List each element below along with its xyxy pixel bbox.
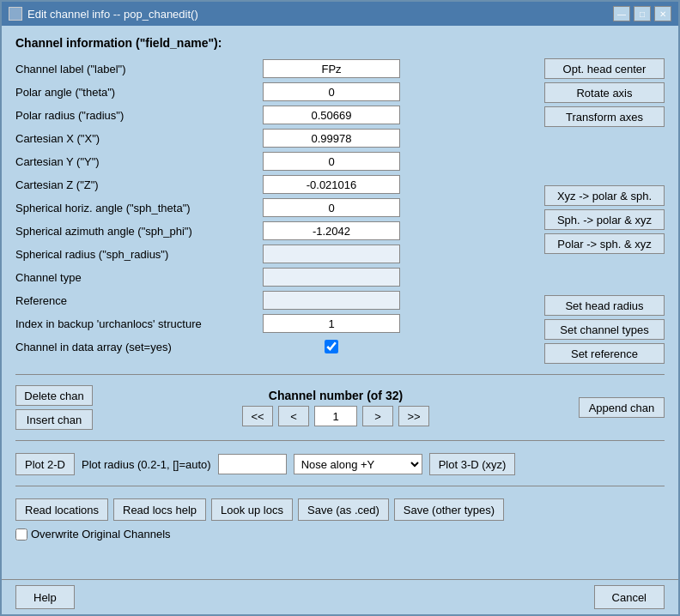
field-label-6: Spherical horiz. angle ("sph_theta") bbox=[15, 202, 256, 214]
divider-3 bbox=[15, 486, 665, 486]
divider-2 bbox=[15, 440, 665, 441]
next-next-button[interactable]: >> bbox=[398, 406, 429, 426]
maximize-button[interactable]: □ bbox=[634, 6, 651, 21]
field-input-11[interactable] bbox=[263, 314, 400, 333]
set-channel-types-button[interactable]: Set channel types bbox=[544, 319, 665, 340]
field-label-4: Cartesian Y ("Y") bbox=[15, 155, 256, 168]
field-label-12: Channel in data array (set=yes) bbox=[15, 341, 256, 353]
channel-nav-top-row: Delete chan Insert chan Channel number (… bbox=[15, 385, 665, 430]
plot-3d-button[interactable]: Plot 3-D (xyz) bbox=[429, 453, 516, 475]
field-label-0: Channel label ("label") bbox=[15, 63, 256, 75]
field-row-10: Reference bbox=[15, 290, 534, 311]
field-input-9[interactable] bbox=[263, 268, 400, 287]
read-locations-button[interactable]: Read locations bbox=[15, 498, 108, 521]
right-buttons: Opt. head center Rotate axis Transform a… bbox=[544, 58, 665, 364]
append-chan-button[interactable]: Append chan bbox=[579, 397, 665, 418]
save-other-button[interactable]: Save (other types) bbox=[394, 498, 504, 521]
divider-1 bbox=[15, 374, 665, 375]
delete-insert-col: Delete chan Insert chan bbox=[15, 385, 93, 430]
field-input-7[interactable] bbox=[263, 221, 400, 240]
field-input-2[interactable] bbox=[263, 106, 400, 124]
field-row-5: Cartesian Z ("Z") bbox=[15, 174, 534, 195]
channel-nav-center: Channel number (of 32) << < > >> bbox=[98, 389, 574, 426]
field-row-11: Index in backup 'urchanlocs' structure bbox=[15, 313, 534, 334]
fields-column: Channel label ("label") Polar angle ("th… bbox=[15, 58, 534, 364]
polar-to-sph-button[interactable]: Polar -> sph. & xyz bbox=[544, 233, 665, 254]
channel-number-title: Channel number (of 32) bbox=[269, 389, 403, 402]
field-input-10[interactable] bbox=[263, 291, 400, 310]
checkbox-container bbox=[263, 340, 400, 353]
field-label-8: Spherical radius ("sph_radius") bbox=[15, 248, 256, 261]
channel-nav: Delete chan Insert chan Channel number (… bbox=[15, 385, 665, 430]
rotate-axis-button[interactable]: Rotate axis bbox=[544, 82, 665, 103]
content-area: Channel information ("field_name"): Chan… bbox=[2, 26, 678, 579]
opt-head-center-button[interactable]: Opt. head center bbox=[544, 58, 665, 79]
field-row-9: Channel type bbox=[15, 267, 534, 287]
field-row-1: Polar angle ("theta") bbox=[15, 82, 534, 102]
title-bar: Edit channel info -- pop_chanedit() — □ … bbox=[2, 2, 678, 26]
save-ced-button[interactable]: Save (as .ced) bbox=[298, 498, 389, 521]
section-title: Channel information ("field_name"): bbox=[15, 36, 665, 50]
sph-to-polar-button[interactable]: Sph. -> polar & xyz bbox=[544, 209, 665, 230]
transform-axes-button[interactable]: Transform axes bbox=[544, 106, 665, 127]
title-bar-left: Edit channel info -- pop_chanedit() bbox=[9, 7, 198, 21]
set-head-radius-button[interactable]: Set head radius bbox=[544, 295, 665, 316]
field-row-0: Channel label ("label") bbox=[15, 58, 534, 79]
plot-radius-input[interactable] bbox=[218, 454, 287, 474]
field-row-6: Spherical horiz. angle ("sph_theta") bbox=[15, 197, 534, 218]
minimize-button[interactable]: — bbox=[613, 6, 630, 21]
insert-chan-button[interactable]: Insert chan bbox=[15, 409, 93, 430]
plot-row: Plot 2-D Plot radius (0.2-1, []=auto) No… bbox=[15, 453, 665, 475]
plot-radius-label: Plot radius (0.2-1, []=auto) bbox=[82, 458, 211, 471]
field-label-11: Index in backup 'urchanlocs' structure bbox=[15, 317, 256, 330]
help-button[interactable]: Help bbox=[15, 585, 75, 609]
window-icon bbox=[9, 7, 22, 21]
field-row-12: Channel in data array (set=yes) bbox=[15, 336, 534, 357]
field-label-9: Channel type bbox=[15, 271, 256, 284]
channel-number-input[interactable] bbox=[314, 406, 357, 426]
prev-button[interactable]: < bbox=[278, 406, 309, 426]
field-row-2: Polar radius ("radius") bbox=[15, 105, 534, 125]
field-input-4[interactable] bbox=[263, 152, 400, 171]
overwrite-row: Overwrite Original Channels bbox=[15, 528, 665, 541]
field-input-0[interactable] bbox=[263, 59, 400, 78]
field-row-7: Spherical azimuth angle ("sph_phi") bbox=[15, 220, 534, 241]
field-label-10: Reference bbox=[15, 294, 256, 307]
look-up-locs-button[interactable]: Look up locs bbox=[211, 498, 293, 521]
field-row-4: Cartesian Y ("Y") bbox=[15, 151, 534, 172]
field-label-3: Cartesian X ("X") bbox=[15, 132, 256, 145]
close-button[interactable]: ✕ bbox=[654, 6, 671, 21]
field-label-5: Cartesian Z ("Z") bbox=[15, 178, 256, 191]
next-button[interactable]: > bbox=[362, 406, 393, 426]
xyz-to-polar-button[interactable]: Xyz -> polar & sph. bbox=[544, 185, 665, 206]
field-input-6[interactable] bbox=[263, 198, 400, 217]
field-input-3[interactable] bbox=[263, 129, 400, 148]
nav-controls-row: << < > >> bbox=[242, 406, 429, 426]
field-input-8[interactable] bbox=[263, 245, 400, 263]
field-label-1: Polar angle ("theta") bbox=[15, 86, 256, 99]
bottom-bar: Help Cancel bbox=[2, 579, 678, 614]
field-input-5[interactable] bbox=[263, 175, 400, 194]
field-row-3: Cartesian X ("X") bbox=[15, 128, 534, 148]
prev-prev-button[interactable]: << bbox=[242, 406, 273, 426]
spacer2 bbox=[544, 257, 665, 292]
window-title: Edit channel info -- pop_chanedit() bbox=[27, 8, 198, 21]
read-locs-help-button[interactable]: Read locs help bbox=[113, 498, 206, 521]
channel-in-data-checkbox[interactable] bbox=[325, 340, 338, 353]
title-controls: — □ ✕ bbox=[613, 6, 671, 21]
field-label-7: Spherical azimuth angle ("sph_phi") bbox=[15, 225, 256, 238]
nose-direction-dropdown[interactable]: Nose along +Y Nose along +X Nose along -… bbox=[294, 454, 422, 474]
overwrite-checkbox[interactable] bbox=[15, 528, 27, 541]
main-area: Channel label ("label") Polar angle ("th… bbox=[15, 58, 665, 364]
field-input-1[interactable] bbox=[263, 82, 400, 101]
spacer1 bbox=[544, 130, 665, 182]
plot-2d-button[interactable]: Plot 2-D bbox=[15, 453, 75, 475]
field-row-8: Spherical radius ("sph_radius") bbox=[15, 244, 534, 264]
set-reference-button[interactable]: Set reference bbox=[544, 343, 665, 364]
action-row: Read locations Read locs help Look up lo… bbox=[15, 498, 665, 521]
cancel-button[interactable]: Cancel bbox=[594, 585, 665, 609]
overwrite-label: Overwrite Original Channels bbox=[31, 528, 171, 541]
main-window: Edit channel info -- pop_chanedit() — □ … bbox=[0, 0, 680, 616]
delete-chan-button[interactable]: Delete chan bbox=[15, 385, 93, 406]
field-label-2: Polar radius ("radius") bbox=[15, 109, 256, 122]
